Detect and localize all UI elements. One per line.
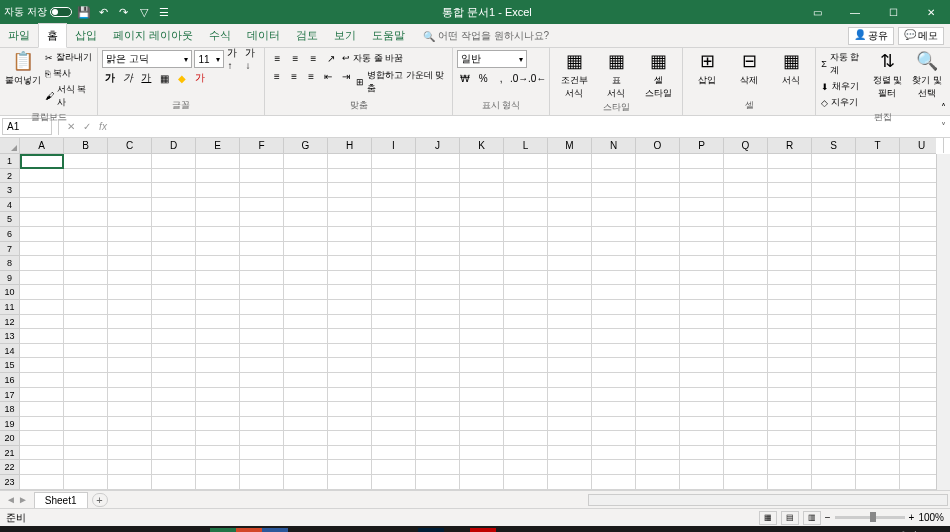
column-header[interactable]: B (64, 138, 108, 153)
column-header[interactable]: J (416, 138, 460, 153)
cell[interactable] (592, 300, 636, 315)
cell[interactable] (680, 256, 724, 271)
cell[interactable] (416, 315, 460, 330)
app-icon[interactable]: 📷 (314, 528, 340, 532)
cell[interactable] (592, 417, 636, 432)
cell[interactable] (196, 417, 240, 432)
cell[interactable] (636, 169, 680, 184)
row-header[interactable]: 20 (0, 431, 19, 446)
cell[interactable] (416, 242, 460, 257)
font-color-button[interactable]: 가 (192, 70, 208, 86)
cell[interactable] (196, 329, 240, 344)
cell[interactable] (284, 329, 328, 344)
align-center-icon[interactable]: ≡ (287, 68, 302, 84)
cell[interactable] (460, 329, 504, 344)
cell[interactable] (372, 227, 416, 242)
cell[interactable] (152, 198, 196, 213)
cell[interactable] (372, 315, 416, 330)
cell[interactable] (812, 329, 856, 344)
zoom-slider[interactable] (835, 516, 905, 519)
cell[interactable] (108, 475, 152, 490)
cell[interactable] (592, 227, 636, 242)
cell[interactable] (768, 373, 812, 388)
cell[interactable] (284, 315, 328, 330)
cell[interactable] (504, 227, 548, 242)
app-icon[interactable]: 🟦 (600, 528, 626, 532)
cell[interactable] (372, 402, 416, 417)
cell[interactable] (680, 271, 724, 286)
cell[interactable] (152, 212, 196, 227)
cell[interactable] (592, 475, 636, 490)
column-header[interactable]: D (152, 138, 196, 153)
conditional-format-button[interactable]: ▦조건부 서식 (554, 50, 594, 100)
cell[interactable] (856, 271, 900, 286)
cell[interactable] (812, 344, 856, 359)
cell[interactable] (812, 402, 856, 417)
cell[interactable] (152, 154, 196, 169)
tab-insert[interactable]: 삽입 (67, 24, 105, 47)
cell[interactable] (724, 183, 768, 198)
app-icon[interactable]: 🟥 (444, 528, 470, 532)
cell[interactable] (152, 242, 196, 257)
column-header[interactable]: Q (724, 138, 768, 153)
cell[interactable] (196, 475, 240, 490)
cell[interactable] (416, 373, 460, 388)
cell[interactable] (680, 475, 724, 490)
column-header[interactable]: F (240, 138, 284, 153)
cell[interactable] (372, 198, 416, 213)
cell[interactable] (372, 358, 416, 373)
row-header[interactable]: 22 (0, 460, 19, 475)
column-header[interactable]: I (372, 138, 416, 153)
cell[interactable] (328, 315, 372, 330)
cell[interactable] (768, 329, 812, 344)
cell[interactable] (768, 344, 812, 359)
close-button[interactable]: ✕ (916, 2, 946, 22)
cell[interactable] (64, 446, 108, 461)
cell[interactable] (240, 446, 284, 461)
cell[interactable] (592, 460, 636, 475)
select-all-button[interactable] (0, 138, 20, 154)
cell[interactable] (284, 460, 328, 475)
cell[interactable] (548, 212, 592, 227)
cell[interactable] (856, 183, 900, 198)
cell[interactable] (548, 154, 592, 169)
cell[interactable] (372, 212, 416, 227)
cell[interactable] (636, 183, 680, 198)
cell[interactable] (680, 154, 724, 169)
cell[interactable] (20, 402, 64, 417)
add-sheet-button[interactable]: + (92, 493, 108, 507)
redo-icon[interactable]: ↷ (116, 4, 132, 20)
cell[interactable] (284, 388, 328, 403)
undo-icon[interactable]: ↶ (96, 4, 112, 20)
cell[interactable] (284, 373, 328, 388)
cell[interactable] (460, 402, 504, 417)
cell[interactable] (504, 460, 548, 475)
cell[interactable] (724, 373, 768, 388)
app-icon[interactable]: 🟦 (548, 528, 574, 532)
comma-icon[interactable]: , (493, 70, 509, 86)
cell[interactable] (20, 169, 64, 184)
fill-color-button[interactable]: ◆ (174, 70, 190, 86)
cell[interactable] (460, 154, 504, 169)
cell[interactable] (240, 373, 284, 388)
cell[interactable] (372, 373, 416, 388)
table-format-button[interactable]: ▦표 서식 (596, 50, 636, 100)
cell[interactable] (152, 402, 196, 417)
cell[interactable] (64, 256, 108, 271)
cell[interactable] (812, 271, 856, 286)
column-header[interactable]: G (284, 138, 328, 153)
cell[interactable] (328, 285, 372, 300)
zoom-in-button[interactable]: + (909, 512, 915, 523)
cell[interactable] (724, 227, 768, 242)
formula-input[interactable] (111, 119, 936, 134)
normal-view-icon[interactable]: ▦ (759, 511, 777, 525)
cell[interactable] (416, 344, 460, 359)
cell[interactable] (20, 183, 64, 198)
cell[interactable] (680, 212, 724, 227)
word-icon[interactable]: W (262, 528, 288, 532)
cell[interactable] (196, 460, 240, 475)
cell[interactable] (20, 431, 64, 446)
cell[interactable] (20, 154, 64, 169)
cell[interactable] (592, 198, 636, 213)
cell[interactable] (680, 300, 724, 315)
